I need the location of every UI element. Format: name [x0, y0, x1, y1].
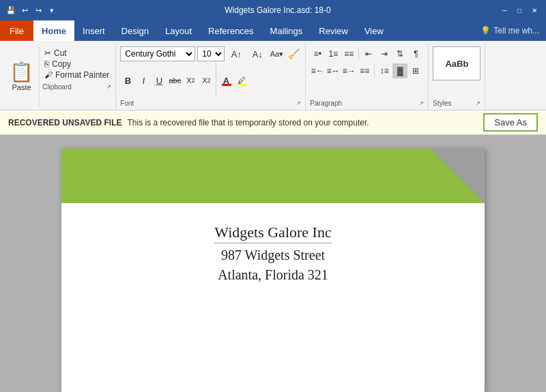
document-header-green	[61, 149, 485, 203]
font-row1: Century Gothi 10 A↑ A↓ Aa▾ 🧹	[120, 46, 301, 61]
tell-me-label: Tell me wh...	[493, 26, 539, 35]
decrease-font-size-button[interactable]: A↓	[248, 46, 267, 61]
subscript-button[interactable]: X2	[183, 73, 198, 88]
title-bar: 💾 ↩ ↪ ▾ Widgets Galore Inc.asd: 18-0 ─ □…	[0, 0, 546, 20]
italic-button[interactable]: I	[136, 73, 151, 88]
paragraph-group-label-row: Paragraph ↗	[310, 100, 424, 107]
format-painter-icon: 🖌	[44, 70, 53, 80]
font-format-row: B I U abc X2 X2 A 🖊	[120, 63, 301, 97]
clipboard-expand-icon[interactable]: ↗	[106, 84, 111, 90]
menu-item-file[interactable]: File	[0, 20, 33, 41]
sort-button[interactable]: ⇅	[392, 46, 407, 61]
menu-item-view[interactable]: View	[356, 20, 392, 41]
title-bar-left: 💾 ↩ ↪ ▾	[5, 5, 57, 16]
more-commands-icon[interactable]: ▾	[46, 5, 57, 16]
highlight-color-indicator	[238, 84, 247, 86]
styles-preview[interactable]: AaBb	[433, 46, 480, 80]
menu-item-review[interactable]: Review	[311, 20, 356, 41]
show-marks-button[interactable]: ¶	[408, 46, 423, 61]
font-family-select[interactable]: Century Gothi	[120, 46, 195, 61]
document-area[interactable]: Widgets Galore Inc 987 Widgets Street At…	[0, 135, 546, 392]
borders-button[interactable]: ⊞	[408, 63, 423, 78]
paragraph-group: ≡• 1≡ ≡≡ ⇤ ⇥ ⇅ ¶ ≡← ≡↔ ≡→ ≡≡ ↕≡ ▓ ⊞ Para…	[306, 44, 429, 110]
menu-item-design[interactable]: Design	[113, 20, 157, 41]
lightbulb-icon: 💡	[480, 26, 491, 35]
recovery-message: This is a recovered file that is tempora…	[127, 118, 369, 127]
font-color-indicator	[222, 84, 231, 86]
align-center-button[interactable]: ≡↔	[326, 63, 341, 78]
cut-icon: ✂	[44, 48, 51, 58]
company-address: 987 Widgets Street	[89, 247, 457, 263]
paragraph-row2: ≡← ≡↔ ≡→ ≡≡ ↕≡ ▓ ⊞	[310, 63, 424, 78]
numbering-button[interactable]: 1≡	[326, 46, 341, 61]
font-group-label-row: Font ↗	[120, 100, 301, 107]
decrease-indent-button[interactable]: ⇤	[361, 46, 376, 61]
styles-group-label: Styles	[433, 100, 451, 107]
paragraph-group-label: Paragraph	[310, 100, 342, 107]
font-group: Century Gothi 10 A↑ A↓ Aa▾ 🧹 B I U abc X…	[116, 44, 306, 110]
quick-access-toolbar: 💾 ↩ ↪ ▾	[5, 5, 57, 16]
redo-icon[interactable]: ↪	[33, 5, 44, 16]
recovery-bold-text: RECOVERED UNSAVED FILE	[8, 118, 121, 127]
city-text: Atlanta, Florida 321	[218, 267, 328, 282]
window-title: Widgets Galore Inc.asd: 18-0	[57, 5, 498, 15]
increase-font-size-button[interactable]: A↑	[227, 46, 246, 61]
clear-formatting-button[interactable]: 🧹	[286, 46, 301, 61]
bold-button[interactable]: B	[120, 73, 135, 88]
window-controls: ─ □ ✕	[498, 4, 541, 16]
menu-item-layout[interactable]: Layout	[157, 20, 200, 41]
superscript-button[interactable]: X2	[199, 73, 214, 88]
para-sep1	[358, 47, 359, 61]
format-painter-button[interactable]: 🖌 Format Painter	[42, 70, 111, 80]
undo-icon[interactable]: ↩	[19, 5, 30, 16]
menu-item-mailings[interactable]: Mailings	[262, 20, 311, 41]
maximize-button[interactable]: □	[513, 4, 526, 16]
clipboard-group-label: Clipboard	[42, 83, 72, 91]
tell-me-box[interactable]: 💡 Tell me wh...	[474, 26, 546, 35]
clipboard-buttons: ✂ Cut ⎘ Copy 🖌 Format Painter	[42, 46, 111, 82]
copy-button[interactable]: ⎘ Copy	[42, 59, 111, 70]
underline-button[interactable]: U	[152, 73, 167, 88]
document-page: Widgets Galore Inc 987 Widgets Street At…	[61, 149, 485, 392]
company-city: Atlanta, Florida 321	[89, 267, 457, 283]
company-name: Widgets Galore Inc	[214, 224, 331, 243]
shading-button[interactable]: ▓	[392, 63, 407, 78]
align-right-button[interactable]: ≡→	[341, 63, 356, 78]
paste-icon: 📋	[10, 63, 33, 82]
menu-item-insert[interactable]: Insert	[74, 20, 113, 41]
font-expand-icon[interactable]: ↗	[296, 100, 301, 106]
align-left-button[interactable]: ≡←	[310, 63, 325, 78]
document-content: Widgets Galore Inc 987 Widgets Street At…	[61, 203, 485, 303]
document-header-triangle	[430, 149, 485, 203]
font-separator	[216, 63, 216, 97]
increase-indent-button[interactable]: ⇥	[377, 46, 392, 61]
cut-label: Cut	[54, 48, 67, 58]
change-case-button[interactable]: Aa▾	[269, 46, 284, 61]
highlight-color-button[interactable]: 🖊	[234, 73, 249, 88]
justify-button[interactable]: ≡≡	[357, 63, 372, 78]
menu-item-references[interactable]: References	[200, 20, 261, 41]
paste-button[interactable]: 📋 Paste	[4, 46, 40, 107]
styles-expand-icon[interactable]: ↗	[476, 100, 480, 106]
multilevel-list-button[interactable]: ≡≡	[341, 46, 356, 61]
ribbon: 📋 Paste ✂ Cut ⎘ Copy 🖌 Format Painter C	[0, 41, 546, 110]
paragraph-expand-icon[interactable]: ↗	[419, 100, 424, 106]
minimize-button[interactable]: ─	[498, 4, 511, 16]
paragraph-row1: ≡• 1≡ ≡≡ ⇤ ⇥ ⇅ ¶	[310, 46, 424, 61]
close-button[interactable]: ✕	[528, 4, 541, 16]
format-painter-label: Format Painter	[55, 70, 109, 80]
paste-label: Paste	[12, 83, 31, 91]
cut-button[interactable]: ✂ Cut	[42, 48, 111, 59]
recovery-bar: RECOVERED UNSAVED FILE This is a recover…	[0, 110, 546, 135]
styles-group-label-row: Styles ↗	[433, 100, 480, 107]
para-sep2	[374, 64, 375, 78]
bullets-button[interactable]: ≡•	[310, 46, 325, 61]
styles-group: AaBb Styles ↗	[429, 44, 485, 110]
save-icon[interactable]: 💾	[5, 5, 16, 16]
strikethrough-button[interactable]: abc	[167, 73, 182, 88]
save-as-button[interactable]: Save As	[483, 113, 538, 132]
font-size-select[interactable]: 10	[197, 46, 225, 61]
line-spacing-button[interactable]: ↕≡	[377, 63, 392, 78]
font-color-button[interactable]: A	[218, 73, 233, 88]
menu-item-home[interactable]: Home	[33, 20, 74, 41]
